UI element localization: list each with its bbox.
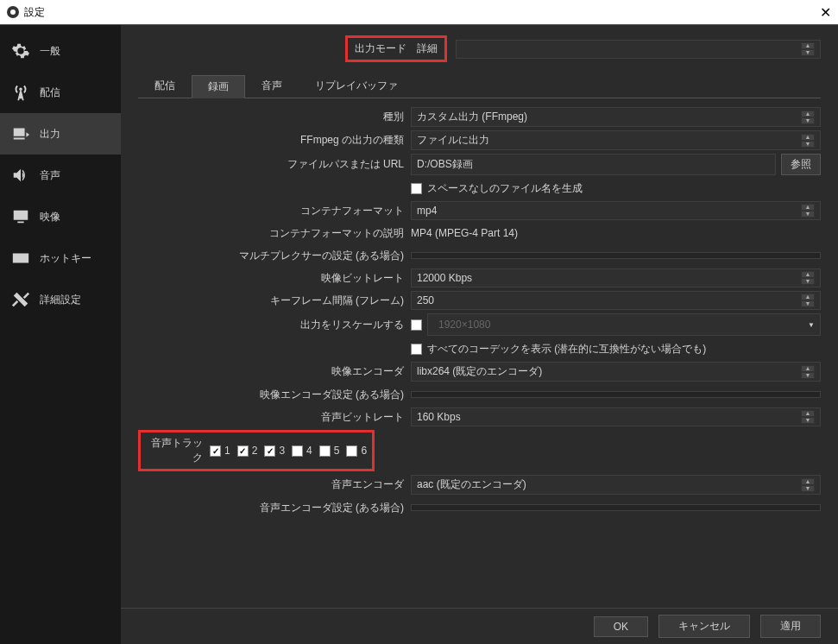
sidebar-item-label: 出力: [40, 127, 60, 142]
filepath-input[interactable]: D:/OBS録画: [411, 154, 776, 175]
rescale-dropdown[interactable]: 1920×1080 ▼: [427, 313, 821, 336]
audio-track-highlight: 音声トラック 1 2 3 4 5 6: [138, 430, 375, 471]
window-title: 設定: [24, 5, 45, 20]
tabs: 配信 録画 音声 リプレイバッファ: [138, 74, 821, 98]
tab-audio[interactable]: 音声: [245, 74, 299, 98]
type-dropdown[interactable]: カスタム出力 (FFmpeg) ▲▼: [411, 107, 821, 127]
track-4-checkbox[interactable]: [292, 445, 303, 457]
sidebar-item-label: 映像: [40, 210, 60, 224]
chevron-down-icon[interactable]: ▼: [801, 49, 815, 56]
video-encoder-settings-input[interactable]: [411, 391, 821, 398]
container-desc-label: コンテナフォーマットの説明: [138, 226, 411, 241]
titlebar: 設定 ✕: [0, 0, 838, 24]
rescale-checkbox[interactable]: [411, 319, 422, 331]
output-icon: [10, 123, 31, 144]
tab-stream[interactable]: 配信: [138, 74, 192, 98]
sidebar: 一般 配信 出力 音声 映像 ホットキー: [0, 25, 121, 644]
container-desc-value: MP4 (MPEG-4 Part 14): [411, 224, 518, 242]
cancel-button[interactable]: キャンセル: [658, 615, 750, 638]
app-icon: [7, 6, 19, 18]
sidebar-item-label: ホットキー: [40, 251, 91, 266]
button-bar: OK キャンセル 適用: [121, 608, 838, 644]
track-3-checkbox[interactable]: [264, 445, 275, 457]
video-bitrate-input[interactable]: 12000 Kbps ▲▼: [411, 268, 821, 287]
output-mode-value[interactable]: 詳細: [417, 41, 438, 56]
output-mode-label: 出力モード: [355, 41, 406, 56]
audio-encoder-label: 音声エンコーダ: [138, 477, 411, 492]
video-encoder-label: 映像エンコーダ: [138, 364, 411, 379]
sidebar-item-label: 配信: [40, 85, 60, 100]
video-encoder-settings-label: 映像エンコーダ設定 (ある場合): [138, 388, 411, 402]
ok-button[interactable]: OK: [594, 616, 648, 637]
monitor-icon: [10, 206, 31, 227]
ffmpeg-output-type-dropdown[interactable]: ファイルに出力 ▲▼: [411, 130, 821, 150]
audio-encoder-settings-input[interactable]: [411, 504, 821, 511]
show-all-codecs-checkbox[interactable]: [411, 344, 422, 355]
track-1-checkbox[interactable]: [210, 445, 221, 457]
keyboard-icon: [10, 248, 31, 268]
video-bitrate-label: 映像ビットレート: [138, 271, 411, 286]
sidebar-item-general[interactable]: 一般: [0, 30, 121, 72]
sidebar-item-audio[interactable]: 音声: [0, 155, 121, 196]
audio-bitrate-label: 音声ビットレート: [138, 410, 411, 425]
container-dropdown[interactable]: mp4 ▲▼: [411, 201, 821, 220]
ffmpeg-output-type-label: FFmpeg の出力の種類: [138, 133, 411, 148]
gear-icon: [10, 41, 31, 61]
tools-icon: [10, 289, 31, 310]
audio-encoder-dropdown[interactable]: aac (既定のエンコーダ) ▲▼: [411, 475, 821, 495]
sidebar-item-label: 音声: [40, 168, 60, 183]
antenna-icon: [10, 82, 31, 103]
rescale-label: 出力をリスケールする: [138, 318, 411, 332]
audio-track-label: 音声トラック: [146, 436, 203, 465]
sidebar-item-output[interactable]: 出力: [0, 113, 121, 155]
sidebar-item-stream[interactable]: 配信: [0, 72, 121, 113]
browse-button[interactable]: 参照: [781, 154, 821, 175]
tab-replay[interactable]: リプレイバッファ: [299, 74, 414, 98]
nospace-label: スペースなしのファイル名を生成: [427, 181, 583, 196]
chevron-up-icon[interactable]: ▲: [801, 42, 815, 49]
track-2-checkbox[interactable]: [237, 445, 249, 457]
sidebar-item-advanced[interactable]: 詳細設定: [0, 279, 121, 320]
output-mode-highlight: 出力モード 詳細: [345, 35, 447, 62]
muxer-label: マルチプレクサーの設定 (ある場合): [138, 249, 411, 263]
close-icon[interactable]: ✕: [820, 4, 831, 21]
track-5-checkbox[interactable]: [319, 445, 331, 457]
output-mode-dropdown[interactable]: ▲▼: [456, 40, 821, 59]
keyframe-label: キーフレーム間隔 (フレーム): [138, 294, 411, 308]
container-label: コンテナフォーマット: [138, 204, 411, 218]
sidebar-item-label: 一般: [40, 44, 60, 59]
track-6-checkbox[interactable]: [346, 445, 357, 457]
keyframe-input[interactable]: 250 ▲▼: [411, 291, 821, 310]
show-all-codecs-label: すべてのコーデックを表示 (潜在的に互換性がない場合でも): [427, 342, 706, 357]
audio-encoder-settings-label: 音声エンコーダ設定 (ある場合): [138, 501, 411, 515]
sidebar-item-hotkeys[interactable]: ホットキー: [0, 237, 121, 279]
speaker-icon: [10, 165, 31, 186]
filepath-label: ファイルパスまたは URL: [138, 157, 411, 172]
muxer-input[interactable]: [411, 252, 821, 259]
tab-recording[interactable]: 録画: [192, 75, 245, 98]
sidebar-item-label: 詳細設定: [40, 293, 81, 307]
apply-button[interactable]: 適用: [760, 615, 821, 638]
nospace-checkbox[interactable]: [411, 183, 422, 194]
type-label: 種別: [138, 110, 411, 124]
audio-bitrate-input[interactable]: 160 Kbps ▲▼: [411, 407, 821, 426]
sidebar-item-video[interactable]: 映像: [0, 196, 121, 237]
video-encoder-dropdown[interactable]: libx264 (既定のエンコーダ) ▲▼: [411, 362, 821, 382]
